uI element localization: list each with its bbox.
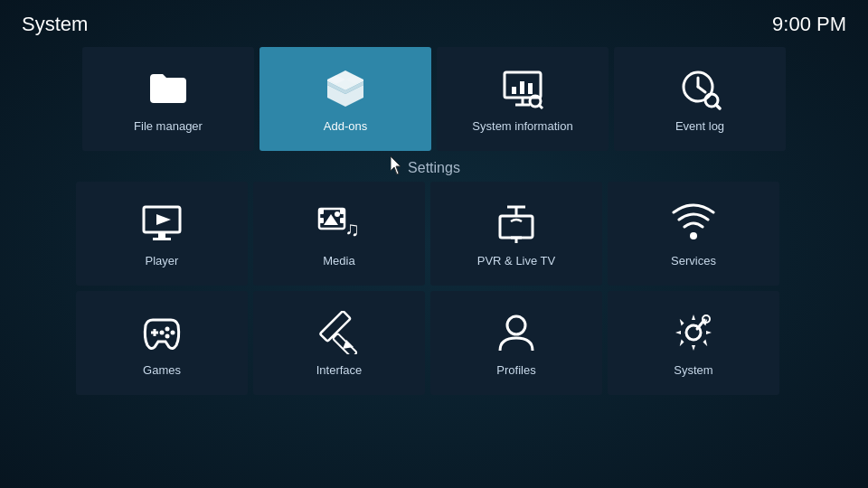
interface-icon (316, 309, 363, 356)
clock: 9:00 PM (772, 13, 846, 36)
tile-add-ons[interactable]: Add-ons (259, 47, 431, 151)
tile-system-information-label: System information (472, 119, 572, 133)
tile-media-label: Media (323, 254, 354, 267)
eventlog-icon (676, 65, 723, 112)
tile-player-label: Player (146, 254, 179, 267)
tile-profiles-label: Profiles (496, 363, 535, 377)
media-icon: ♫ (316, 200, 363, 247)
svg-rect-23 (319, 209, 324, 214)
tile-system-settings-label: System (674, 363, 712, 377)
tile-system-information[interactable]: System information (437, 47, 609, 151)
main-container: System 9:00 PM File manager (0, 0, 868, 488)
folder-icon (145, 65, 192, 112)
tile-profiles[interactable]: Profiles (430, 291, 602, 395)
svg-line-15 (698, 87, 705, 92)
svg-text:♫: ♫ (344, 218, 360, 240)
svg-point-39 (171, 331, 175, 335)
tile-media[interactable]: ♫ Media (253, 182, 425, 286)
pvr-icon (493, 200, 540, 247)
svg-point-45 (507, 316, 525, 334)
tile-event-log-label: Event log (675, 119, 724, 133)
svg-point-38 (165, 327, 170, 332)
player-icon (138, 200, 185, 247)
tile-system-settings[interactable]: System (608, 291, 779, 395)
svg-line-12 (540, 106, 543, 109)
svg-point-40 (165, 334, 170, 339)
tile-interface[interactable]: Interface (253, 291, 425, 395)
svg-point-41 (160, 331, 165, 335)
tile-player[interactable]: Player (76, 182, 248, 286)
tile-games[interactable]: Games (76, 291, 248, 395)
tile-event-log[interactable]: Event log (614, 47, 786, 151)
svg-marker-19 (156, 214, 171, 225)
svg-rect-25 (340, 209, 344, 214)
svg-rect-24 (319, 218, 324, 223)
tile-services[interactable]: Services (608, 182, 779, 286)
sysinfo-icon (499, 65, 546, 112)
tile-pvr-label: PVR & Live TV (477, 254, 555, 267)
header: System 9:00 PM (0, 0, 868, 43)
svg-rect-7 (520, 81, 524, 94)
svg-point-28 (335, 211, 340, 217)
svg-point-35 (690, 232, 697, 239)
tile-file-manager-label: File manager (134, 119, 203, 133)
tile-services-label: Services (671, 254, 716, 267)
svg-rect-20 (158, 232, 165, 238)
tile-games-label: Games (143, 363, 181, 377)
tile-interface-label: Interface (316, 363, 363, 377)
tile-file-manager[interactable]: File manager (82, 47, 254, 151)
services-icon (670, 200, 717, 247)
svg-rect-6 (512, 87, 516, 94)
addons-icon (322, 65, 369, 112)
svg-rect-8 (528, 83, 533, 94)
settings-row-1: Player ♫ Media (0, 182, 868, 286)
settings-label: Settings (0, 160, 868, 176)
settings-row-2: Games Interface (0, 291, 868, 395)
app-title: System (22, 13, 88, 36)
games-icon (138, 309, 185, 356)
svg-rect-21 (153, 238, 171, 240)
system-settings-icon (670, 309, 717, 356)
tile-pvr[interactable]: PVR & Live TV (430, 182, 602, 286)
profiles-icon (493, 309, 540, 356)
svg-line-17 (716, 105, 720, 108)
tile-add-ons-label: Add-ons (324, 119, 367, 133)
top-tiles-row: File manager Add-ons (0, 47, 868, 151)
